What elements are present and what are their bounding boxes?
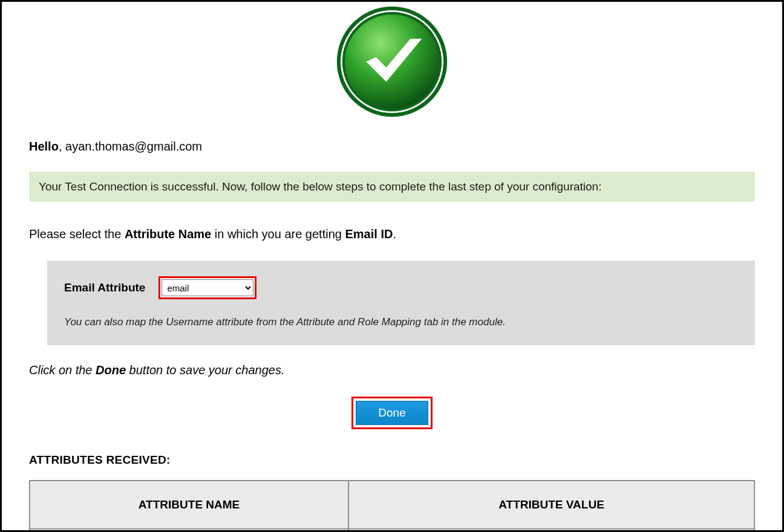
greeting-hello: Hello [29,140,59,153]
page-container: Hello, ayan.thomas@gmail.com Your Test C… [0,0,784,532]
mapping-hint: You can also map the Username attribute … [64,316,738,328]
save-instruction: Click on the Done button to save your ch… [29,363,755,377]
table-header-row: ATTRIBUTE NAME ATTRIBUTE VALUE [30,481,754,529]
email-attribute-row: Email Attribute email [64,276,738,299]
email-attribute-label: Email Attribute [64,281,145,294]
success-check-wrap [29,4,755,119]
cell-attribute-value [348,529,754,532]
greeting-line: Hello, ayan.thomas@gmail.com [29,140,755,154]
done-button[interactable]: Done [356,401,428,425]
success-check-icon [335,4,449,119]
attributes-table: ATTRIBUTE NAME ATTRIBUTE VALUE id [29,480,755,532]
success-banner: Your Test Connection is successful. Now,… [29,172,755,202]
email-attribute-panel: Email Attribute email You can also map t… [47,261,755,345]
instruction-line: Please select the Attribute Name in whic… [29,227,755,241]
header-attribute-name: ATTRIBUTE NAME [30,481,348,529]
table-row: id [30,529,754,532]
done-highlight-box: Done [351,397,432,429]
cell-attribute-name: id [30,529,348,532]
greeting-email: ayan.thomas@gmail.com [65,140,202,153]
header-attribute-value: ATTRIBUTE VALUE [348,481,754,529]
done-button-wrap: Done [29,397,755,429]
email-attribute-select[interactable]: email [162,279,253,296]
select-highlight-box: email [158,276,256,299]
attributes-received-title: ATTRIBUTES RECEIVED: [29,453,755,467]
